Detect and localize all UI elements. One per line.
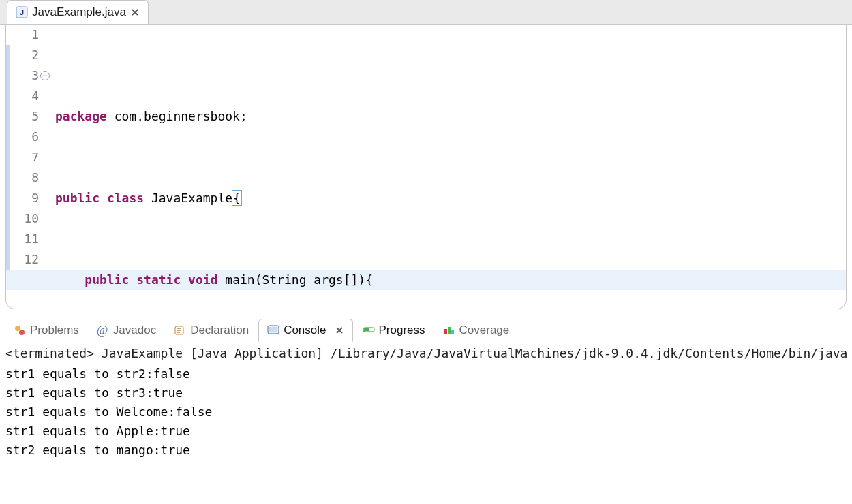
tab-progress[interactable]: Progress bbox=[354, 319, 433, 342]
line-number: 2 bbox=[10, 45, 39, 65]
line-number: 12 bbox=[10, 249, 39, 270]
javadoc-icon: @ bbox=[97, 324, 109, 336]
tab-label: Progress bbox=[379, 324, 425, 337]
svg-point-3 bbox=[19, 330, 25, 335]
line-number: 7 bbox=[10, 147, 39, 168]
bracket-match: { bbox=[232, 190, 242, 206]
line-number: 4 bbox=[10, 86, 39, 106]
fold-strip bbox=[43, 25, 55, 309]
coverage-icon bbox=[443, 324, 455, 336]
line-number: 11 bbox=[10, 229, 39, 249]
fold-toggle-icon[interactable]: − bbox=[40, 71, 50, 80]
line-number: 10 bbox=[10, 208, 39, 229]
line-number: 8 bbox=[10, 168, 39, 188]
svg-rect-9 bbox=[444, 329, 447, 334]
java-file-icon: J bbox=[16, 6, 28, 18]
code-line: public class JavaExample{ bbox=[55, 188, 846, 208]
tab-label: Coverage bbox=[459, 324, 510, 337]
line-number: 3 − bbox=[10, 65, 39, 86]
line-number: 5 bbox=[10, 106, 39, 127]
tab-declaration[interactable]: Declaration bbox=[166, 319, 257, 342]
bottom-tab-bar: Problems @ Javadoc Declaration Console P… bbox=[0, 317, 852, 343]
tab-label: Declaration bbox=[190, 324, 249, 337]
svg-rect-11 bbox=[451, 330, 454, 334]
bottom-panel: Problems @ Javadoc Declaration Console P… bbox=[0, 317, 852, 462]
svg-rect-10 bbox=[448, 327, 451, 334]
progress-icon bbox=[363, 324, 375, 336]
editor-tab-label: JavaExample.java bbox=[32, 5, 126, 19]
tab-problems[interactable]: Problems bbox=[5, 319, 87, 342]
tab-console[interactable]: Console bbox=[258, 319, 352, 342]
code-line: package com.beginnersbook; bbox=[55, 106, 846, 127]
code-editor[interactable]: 1 2 3 − 4 5 6 7 8 9 10 11 12 13 package … bbox=[5, 25, 847, 309]
tab-label: Javadoc bbox=[113, 324, 156, 337]
tab-coverage[interactable]: Coverage bbox=[435, 319, 518, 342]
declaration-icon bbox=[174, 324, 186, 336]
console-launch-info: <terminated> JavaExample [Java Applicati… bbox=[0, 343, 852, 362]
tab-javadoc[interactable]: @ Javadoc bbox=[89, 319, 164, 342]
close-icon[interactable] bbox=[335, 326, 344, 335]
svg-text:J: J bbox=[20, 8, 24, 16]
svg-rect-8 bbox=[364, 328, 369, 331]
editor-tab-active[interactable]: J JavaExample.java bbox=[7, 0, 149, 24]
editor-tab-bar: J JavaExample.java bbox=[0, 0, 852, 25]
line-number-gutter: 1 2 3 − 4 5 6 7 8 9 10 11 12 13 bbox=[10, 25, 43, 309]
code-area[interactable]: package com.beginnersbook; public class … bbox=[55, 25, 846, 309]
line-number: 6 bbox=[10, 127, 39, 147]
console-output[interactable]: str1 equals to str2:false str1 equals to… bbox=[0, 362, 852, 462]
tab-label: Console bbox=[284, 324, 326, 337]
line-number: 1 bbox=[10, 25, 39, 45]
line-number: 9 bbox=[10, 188, 39, 208]
svg-point-2 bbox=[15, 326, 20, 331]
console-icon bbox=[267, 324, 279, 336]
tab-label: Problems bbox=[30, 324, 79, 337]
svg-rect-6 bbox=[269, 327, 277, 332]
problems-icon bbox=[14, 324, 26, 336]
close-icon[interactable] bbox=[130, 7, 140, 17]
